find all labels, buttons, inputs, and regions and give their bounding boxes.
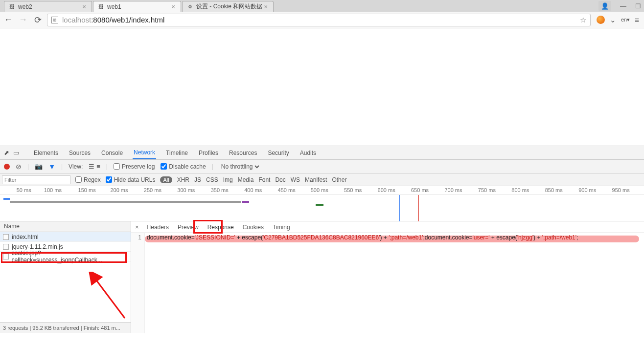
filter-input[interactable] [2, 175, 70, 184]
filter-type[interactable]: JS [194, 176, 201, 183]
hide-data-urls-checkbox[interactable]: Hide data URLs [106, 176, 156, 183]
bookmark-icon[interactable]: ☆ [580, 16, 586, 24]
close-icon[interactable]: × [170, 3, 177, 10]
throttling-select[interactable]: No throttling [219, 163, 261, 171]
browser-tabs-bar: 🖼 web2 × 🖼 web1 × ⚙ 设置 - Cookie 和网站数据 × … [0, 0, 644, 12]
close-icon[interactable]: × [262, 3, 269, 10]
url-input[interactable]: 🗎 localhost:8080/web1/index.html ☆ [47, 14, 591, 26]
tab-audits[interactable]: Audits [299, 146, 317, 159]
network-timeline[interactable]: 50 ms 100 ms 150 ms 200 ms 250 ms 300 ms… [0, 186, 644, 221]
tab-timeline[interactable]: Timeline [165, 146, 189, 159]
tab-network[interactable]: Network [133, 146, 156, 159]
window-controls: 👤 — ☐ [598, 0, 641, 12]
timeline-ruler: 50 ms 100 ms 150 ms 200 ms 250 ms 300 ms… [0, 186, 644, 195]
devtools: ⬈ ▭ Elements Sources Console Network Tim… [0, 146, 644, 333]
browser-tab[interactable]: 🖼 web2 × [4, 1, 92, 12]
detail-tab-response[interactable]: Response [207, 221, 235, 233]
inspect-icon[interactable]: ⬈ [4, 149, 9, 156]
request-row[interactable]: index.html [0, 232, 131, 242]
response-body[interactable]: 1 document.cookie='JSESSIONID=' + escape… [131, 233, 644, 333]
detail-tab-timing[interactable]: Timing [272, 221, 291, 233]
regex-checkbox[interactable]: Regex [75, 176, 101, 183]
filter-type[interactable]: Img [223, 176, 233, 183]
disable-cache-checkbox[interactable]: Disable cache [161, 163, 206, 170]
filter-type[interactable]: Doc [275, 176, 285, 183]
line-number: 1 [131, 233, 145, 333]
devtools-panel-tabs: ⬈ ▭ Elements Sources Console Network Tim… [0, 146, 644, 160]
pocket-icon[interactable]: ⌄ [610, 16, 616, 24]
translate-icon[interactable]: en▾ [621, 17, 630, 23]
url-host: localhost [62, 16, 91, 24]
filter-type[interactable]: CSS [206, 176, 218, 183]
detail-tab-cookies[interactable]: Cookies [242, 221, 265, 233]
preserve-log-checkbox[interactable]: Preserve log [114, 163, 155, 170]
tab-console[interactable]: Console [100, 146, 124, 159]
back-button[interactable]: ← [3, 15, 14, 25]
favicon-icon: 🖼 [8, 3, 15, 10]
tab-sources[interactable]: Sources [68, 146, 92, 159]
user-icon[interactable]: 👤 [598, 1, 611, 11]
filter-type[interactable]: Manifest [305, 176, 327, 183]
detail-tab-headers[interactable]: Headers [146, 221, 170, 233]
screenshot-icon[interactable]: 📷 [35, 163, 43, 170]
code-line: document.cookie='JSESSIONID=' + escape('… [145, 233, 580, 333]
request-list-header: Name [0, 221, 131, 232]
detail-tab-preview[interactable]: Preview [177, 221, 200, 233]
network-split: Name index.html jquery-1.11.2.min.js coo… [0, 221, 644, 333]
filter-type[interactable]: Media [238, 176, 254, 183]
extension-icon[interactable] [597, 16, 605, 24]
request-row[interactable]: cookie.jsp?callback=success_jsonpCallbac… [0, 252, 131, 261]
maximize-icon[interactable]: ☐ [635, 2, 641, 10]
request-detail: × Headers Preview Response Cookies Timin… [131, 221, 644, 333]
tab-security[interactable]: Security [267, 146, 290, 159]
menu-icon[interactable]: ≡ [635, 16, 639, 24]
filter-type[interactable]: Other [332, 176, 346, 183]
browser-tab[interactable]: ⚙ 设置 - Cookie 和网站数据 × [182, 1, 274, 12]
clear-icon[interactable]: ⊘ [16, 163, 22, 171]
file-icon [3, 234, 9, 240]
device-icon[interactable]: ▭ [13, 149, 19, 156]
small-rows-icon[interactable]: ≡ [96, 163, 100, 170]
large-rows-icon[interactable]: ☰ [89, 163, 94, 170]
view-label: View: [69, 163, 83, 170]
url-path: :8080/web1/index.html [91, 16, 164, 24]
filter-all[interactable]: All [160, 176, 172, 183]
browser-tab-active[interactable]: 🖼 web1 × [93, 1, 181, 12]
tab-title: 设置 - Cookie 和网站数据 [196, 2, 262, 11]
detail-tabs: × Headers Preview Response Cookies Timin… [131, 221, 644, 233]
record-button[interactable] [4, 164, 10, 170]
filter-type[interactable]: WS [291, 176, 300, 183]
tab-elements[interactable]: Elements [33, 146, 59, 159]
network-toolbar: ⊘ | 📷 ▼ | View: ☰ ≡ | Preserve log Disab… [0, 160, 644, 173]
request-name: cookie.jsp?callback=success_jsonpCallbac… [12, 250, 128, 263]
filter-type[interactable]: XHR [177, 176, 189, 183]
close-detail-icon[interactable]: × [135, 223, 139, 231]
status-bar: 3 requests | 95.2 KB transferred | Finis… [0, 322, 131, 333]
tab-title: web2 [18, 3, 32, 10]
favicon-icon: 🖼 [97, 3, 104, 10]
request-list: Name index.html jquery-1.11.2.min.js coo… [0, 221, 131, 333]
close-icon[interactable]: × [81, 3, 88, 10]
minimize-icon[interactable]: — [620, 2, 626, 10]
extension-icons: ⌄ en▾ ≡ [595, 16, 641, 24]
gear-icon: ⚙ [186, 3, 193, 10]
page-viewport [0, 28, 644, 146]
page-icon: 🗎 [51, 17, 58, 23]
file-icon [3, 244, 9, 250]
forward-button[interactable]: → [18, 15, 28, 25]
tab-resources[interactable]: Resources [228, 146, 258, 159]
request-name: jquery-1.11.2.min.js [12, 243, 63, 250]
filter-icon[interactable]: ▼ [48, 163, 55, 171]
address-bar: ← → ⟳ 🗎 localhost:8080/web1/index.html ☆… [0, 12, 644, 28]
tab-profiles[interactable]: Profiles [198, 146, 219, 159]
reload-button[interactable]: ⟳ [32, 15, 43, 25]
tab-title: web1 [107, 3, 121, 10]
filter-type[interactable]: Font [258, 176, 270, 183]
network-filter-row: Regex Hide data URLs All XHR JS CSS Img … [0, 173, 644, 186]
file-icon [3, 254, 9, 259]
timeline-body [0, 195, 644, 221]
request-name: index.html [12, 234, 39, 240]
